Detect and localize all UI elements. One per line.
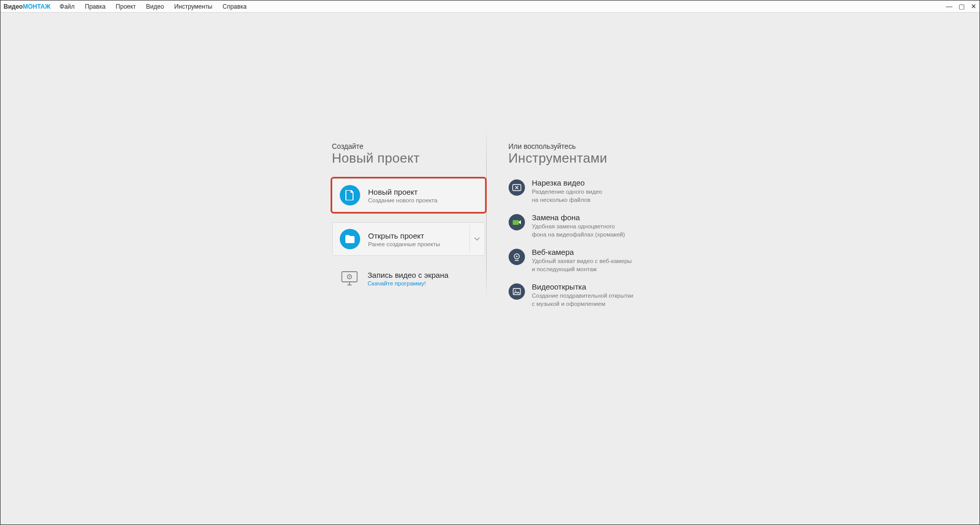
tool-card-title: Видеооткрытка: [532, 282, 634, 291]
menu-video[interactable]: Видео: [146, 3, 164, 10]
tools-pretitle: Или воспользуйтесь: [509, 142, 648, 150]
tool-webcam-sub: Удобный захват видео с веб-камерыи после…: [532, 257, 632, 273]
tool-card-sub: Создание поздравительной открыткис музык…: [532, 292, 634, 308]
menu-items: Файл Правка Проект Видео Инструменты Спр…: [60, 3, 247, 10]
menu-file[interactable]: Файл: [60, 3, 75, 10]
minimize-icon[interactable]: —: [946, 3, 952, 10]
svg-point-6: [516, 256, 517, 257]
tool-webcam[interactable]: Веб-камера Удобный захват видео с веб-ка…: [509, 248, 648, 273]
new-project-button[interactable]: Новый проект Создание нового проекта: [332, 178, 485, 212]
window-controls: — ▢ ✕: [946, 3, 976, 10]
column-divider: [486, 128, 487, 301]
tool-replace-bg[interactable]: Замена фона Удобная замена одноцветногоф…: [509, 213, 648, 239]
webcam-icon: [509, 249, 525, 265]
create-column: Создайте Новый проект Новый проект Созда…: [332, 142, 485, 317]
new-project-title: Новый проект: [368, 188, 438, 196]
open-project-button[interactable]: Открыть проект Ранее созданные проекты: [332, 222, 485, 256]
tool-bg-title: Замена фона: [532, 213, 625, 222]
create-pretitle: Создайте: [332, 142, 485, 150]
folder-icon: [340, 229, 360, 249]
start-screen: Создайте Новый проект Новый проект Созда…: [332, 142, 648, 317]
svg-rect-7: [513, 288, 520, 295]
tool-webcam-title: Веб-камера: [532, 248, 632, 256]
screen-record-row[interactable]: Запись видео с экрана Скачайте программу…: [332, 266, 485, 291]
close-icon[interactable]: ✕: [971, 3, 976, 10]
screen-record-title: Запись видео с экрана: [368, 271, 449, 279]
menu-edit[interactable]: Правка: [85, 3, 106, 10]
chromakey-icon: [509, 214, 525, 230]
tools-column: Или воспользуйтесь Инструментами Нарезка…: [485, 142, 648, 317]
open-project-sub: Ранее созданные проекты: [368, 241, 440, 247]
tool-cut-title: Нарезка видео: [532, 178, 602, 187]
menubar: ВидеоМОНТАЖ Файл Правка Проект Видео Инс…: [1, 1, 979, 13]
maximize-icon[interactable]: ▢: [959, 3, 965, 10]
svg-rect-4: [513, 220, 519, 225]
chevron-down-icon: [474, 238, 480, 241]
scissors-icon: [509, 179, 525, 196]
menu-help[interactable]: Справка: [222, 3, 246, 10]
open-project-title: Открыть проект: [368, 231, 440, 240]
tool-cut-video[interactable]: Нарезка видео Разделение одного видеона …: [509, 178, 648, 204]
menu-project[interactable]: Проект: [116, 3, 136, 10]
new-project-sub: Создание нового проекта: [368, 197, 438, 203]
svg-point-2: [348, 276, 349, 277]
menu-tools[interactable]: Инструменты: [174, 3, 212, 10]
create-title: Новый проект: [332, 150, 485, 166]
screen-record-link[interactable]: Скачайте программу!: [368, 280, 449, 286]
monitor-icon: [339, 268, 360, 288]
open-project-dropdown[interactable]: [469, 225, 485, 253]
tool-cut-sub: Разделение одного видеона несколько файл…: [532, 188, 602, 204]
tool-videocard[interactable]: Видеооткрытка Создание поздравительной о…: [509, 282, 648, 308]
file-icon: [340, 185, 360, 205]
app-logo: ВидеоМОНТАЖ: [4, 3, 51, 10]
tool-bg-sub: Удобная замена одноцветногофона на видео…: [532, 223, 625, 239]
tools-title: Инструментами: [509, 150, 648, 166]
picture-icon: [509, 283, 525, 300]
svg-point-8: [515, 290, 516, 291]
